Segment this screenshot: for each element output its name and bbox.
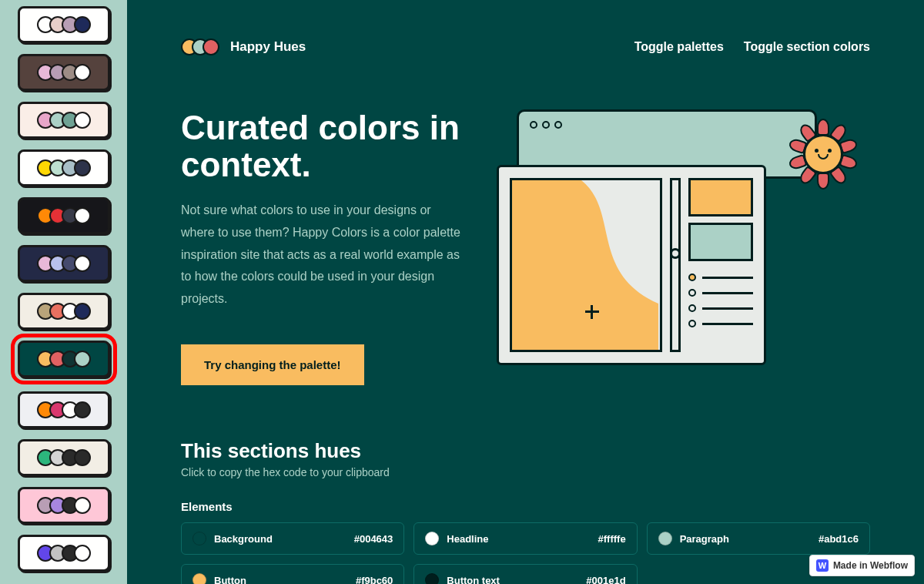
- section-hues-subtitle: Click to copy the hex code to your clipb…: [181, 466, 870, 478]
- palette-card[interactable]: [18, 54, 110, 91]
- hero-paragraph: Not sure what colors to use in your desi…: [181, 200, 466, 310]
- top-nav: Toggle palettes Toggle section colors: [634, 40, 870, 54]
- crosshair-icon: [585, 305, 599, 319]
- palette-card[interactable]: [18, 439, 110, 476]
- section-hues-title: This sections hues: [181, 439, 870, 463]
- hue-chip[interactable]: Headline#fffffe: [413, 522, 637, 555]
- swatch-icon: [425, 532, 439, 545]
- hue-chip[interactable]: Paragraph#abd1c6: [647, 522, 870, 555]
- palette-card[interactable]: [18, 341, 110, 378]
- logo-icon: [181, 39, 219, 55]
- palette-card[interactable]: [18, 149, 110, 186]
- hue-hex: #004643: [354, 533, 393, 545]
- elements-label: Elements: [181, 500, 870, 513]
- webflow-icon: W: [816, 559, 829, 572]
- hue-hex: #abd1c6: [819, 533, 859, 545]
- main-content: Happy Hues Toggle palettes Toggle sectio…: [127, 0, 924, 584]
- toggle-palettes-link[interactable]: Toggle palettes: [634, 40, 724, 54]
- hue-chip[interactable]: Background#004643: [181, 522, 404, 555]
- swatch-icon: [192, 532, 206, 545]
- hue-chip[interactable]: Button#f9bc60: [181, 564, 404, 584]
- webflow-badge[interactable]: W Made in Webflow: [809, 555, 915, 576]
- hue-chip[interactable]: Button text#001e1d: [413, 564, 637, 584]
- palette-card[interactable]: [18, 391, 110, 428]
- scrubber-icon: [670, 178, 681, 352]
- hue-name: Headline: [447, 533, 590, 545]
- palette-card[interactable]: [18, 197, 110, 234]
- hue-name: Button text: [447, 575, 578, 584]
- hue-hex: #fffffe: [598, 533, 626, 545]
- hue-hex: #001e1d: [586, 575, 625, 584]
- hue-name: Paragraph: [680, 533, 811, 545]
- hero-title: Curated colors in context.: [181, 109, 466, 183]
- brand[interactable]: Happy Hues: [181, 39, 306, 55]
- hue-name: Button: [214, 575, 348, 584]
- hero-illustration: [497, 109, 828, 371]
- section-hues: This sections hues Click to copy the hex…: [181, 439, 870, 584]
- cta-button[interactable]: Try changing the palette!: [181, 344, 364, 385]
- hue-name: Background: [214, 533, 346, 545]
- palette-card[interactable]: [18, 245, 110, 282]
- swatch-icon: [192, 573, 206, 584]
- brand-name: Happy Hues: [230, 39, 306, 55]
- swatch-icon: [425, 573, 439, 584]
- palette-sidebar[interactable]: [0, 0, 127, 584]
- palette-card[interactable]: [18, 6, 110, 43]
- design-app-window-icon: [497, 165, 766, 365]
- hue-grid: Background#004643Headline#fffffeParagrap…: [181, 522, 870, 584]
- webflow-badge-text: Made in Webflow: [833, 560, 908, 571]
- palette-card[interactable]: [18, 487, 110, 524]
- palette-card[interactable]: [18, 535, 110, 572]
- sun-icon: [792, 123, 854, 185]
- top-bar: Happy Hues Toggle palettes Toggle sectio…: [181, 39, 870, 55]
- swatch-icon: [658, 532, 672, 545]
- canvas-icon: [510, 178, 662, 352]
- hero-section: Curated colors in context. Not sure what…: [181, 109, 870, 385]
- palette-card[interactable]: [18, 102, 110, 139]
- palette-card[interactable]: [18, 293, 110, 330]
- toggle-section-colors-link[interactable]: Toggle section colors: [744, 40, 870, 54]
- hue-hex: #f9bc60: [356, 575, 393, 584]
